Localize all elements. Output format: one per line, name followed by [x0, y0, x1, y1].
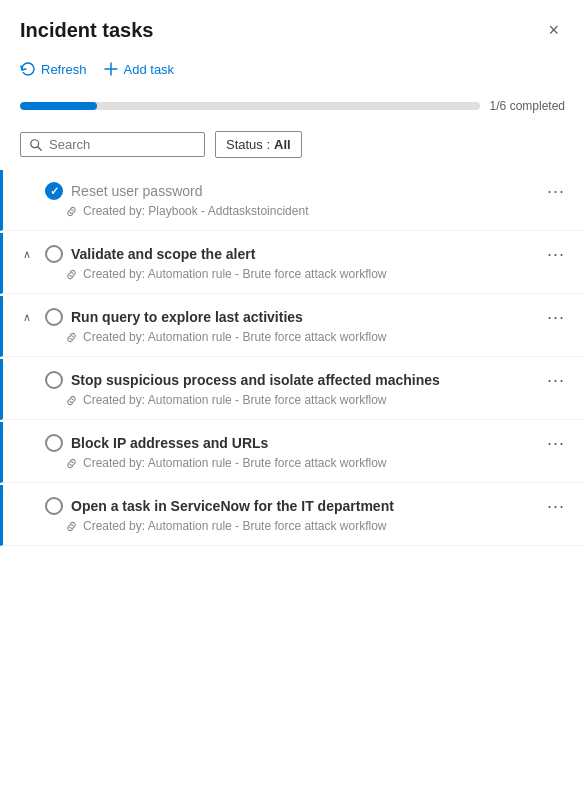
panel-header: Incident tasks × [0, 0, 585, 53]
task-item-inner: ∧ Run query to explore last activities ·… [23, 308, 569, 344]
close-button[interactable]: × [542, 18, 565, 43]
tasks-list: ∧ Reset user password ··· Created by: Pl… [0, 170, 585, 568]
search-input[interactable] [49, 137, 196, 152]
task-item: ∧ Stop suspicious process and isolate af… [0, 359, 585, 420]
task-item: ∧ Open a task in ServiceNow for the IT d… [0, 485, 585, 546]
task-checkbox[interactable] [45, 497, 63, 515]
task-meta-text: Created by: Automation rule - Brute forc… [83, 330, 386, 344]
task-meta: Created by: Automation rule - Brute forc… [23, 393, 569, 407]
task-item-inner: ∧ Open a task in ServiceNow for the IT d… [23, 497, 569, 533]
task-name: Block IP addresses and URLs [71, 435, 535, 451]
add-task-button[interactable]: Add task [103, 57, 183, 81]
task-item-inner: ∧ Stop suspicious process and isolate af… [23, 371, 569, 407]
status-filter-button[interactable]: Status : All [215, 131, 302, 158]
task-more-button[interactable]: ··· [543, 182, 569, 200]
task-checkbox[interactable] [45, 245, 63, 263]
task-item-inner: ∧ Validate and scope the alert ··· Creat… [23, 245, 569, 281]
task-more-button[interactable]: ··· [543, 245, 569, 263]
task-meta: Created by: Automation rule - Brute forc… [23, 267, 569, 281]
svg-line-3 [38, 146, 42, 150]
task-meta-text: Created by: Automation rule - Brute forc… [83, 456, 386, 470]
task-meta: Created by: Automation rule - Brute forc… [23, 330, 569, 344]
task-meta: Created by: Automation rule - Brute forc… [23, 456, 569, 470]
progress-bar-container: 1/6 completed [20, 99, 565, 113]
task-item-inner: ∧ Reset user password ··· Created by: Pl… [23, 182, 569, 218]
task-more-button[interactable]: ··· [543, 434, 569, 452]
task-meta-text: Created by: Playbook - Addtaskstoinciden… [83, 204, 308, 218]
filter-row: Status : All [0, 123, 585, 170]
task-meta: Created by: Playbook - Addtaskstoinciden… [23, 204, 569, 218]
task-meta-icon [65, 394, 78, 407]
task-meta-icon [65, 205, 78, 218]
incident-tasks-panel: Incident tasks × Refresh Add task 1/6 co… [0, 0, 585, 795]
progress-section: 1/6 completed [0, 91, 585, 123]
task-more-button[interactable]: ··· [543, 371, 569, 389]
task-item: ∧ Run query to explore last activities ·… [0, 296, 585, 357]
task-meta-text: Created by: Automation rule - Brute forc… [83, 393, 386, 407]
task-checkbox[interactable] [45, 434, 63, 452]
panel-title: Incident tasks [20, 19, 153, 42]
task-item-inner: ∧ Block IP addresses and URLs ··· Create… [23, 434, 569, 470]
expand-icon[interactable]: ∧ [23, 311, 37, 324]
task-name: Stop suspicious process and isolate affe… [71, 372, 535, 388]
progress-bar-background [20, 102, 480, 110]
add-icon [103, 61, 119, 77]
task-more-button[interactable]: ··· [543, 497, 569, 515]
task-checkbox[interactable] [45, 182, 63, 200]
status-filter-value: All [274, 137, 291, 152]
expand-icon[interactable]: ∧ [23, 248, 37, 261]
task-meta-icon [65, 331, 78, 344]
task-meta-text: Created by: Automation rule - Brute forc… [83, 267, 386, 281]
task-name: Run query to explore last activities [71, 309, 535, 325]
add-task-label: Add task [124, 62, 175, 77]
task-checkbox[interactable] [45, 371, 63, 389]
task-title-row: ∧ Run query to explore last activities ·… [23, 308, 569, 326]
search-box[interactable] [20, 132, 205, 157]
refresh-label: Refresh [41, 62, 87, 77]
task-meta-text: Created by: Automation rule - Brute forc… [83, 519, 386, 533]
task-title-row: ∧ Open a task in ServiceNow for the IT d… [23, 497, 569, 515]
task-title-row: ∧ Validate and scope the alert ··· [23, 245, 569, 263]
task-more-button[interactable]: ··· [543, 308, 569, 326]
task-item: ∧ Reset user password ··· Created by: Pl… [0, 170, 585, 231]
task-name: Open a task in ServiceNow for the IT dep… [71, 498, 535, 514]
progress-label: 1/6 completed [490, 99, 565, 113]
task-item: ∧ Block IP addresses and URLs ··· Create… [0, 422, 585, 483]
task-title-row: ∧ Block IP addresses and URLs ··· [23, 434, 569, 452]
toolbar: Refresh Add task [0, 53, 585, 91]
progress-bar-fill [20, 102, 97, 110]
refresh-icon [20, 61, 36, 77]
task-title-row: ∧ Stop suspicious process and isolate af… [23, 371, 569, 389]
task-title-row: ∧ Reset user password ··· [23, 182, 569, 200]
task-meta-icon [65, 268, 78, 281]
refresh-button[interactable]: Refresh [20, 57, 95, 81]
search-icon [29, 138, 43, 152]
task-name: Validate and scope the alert [71, 246, 535, 262]
task-meta-icon [65, 520, 78, 533]
task-meta-icon [65, 457, 78, 470]
task-item: ∧ Validate and scope the alert ··· Creat… [0, 233, 585, 294]
status-filter-label: Status : [226, 137, 270, 152]
task-checkbox[interactable] [45, 308, 63, 326]
task-meta: Created by: Automation rule - Brute forc… [23, 519, 569, 533]
task-name: Reset user password [71, 183, 535, 199]
